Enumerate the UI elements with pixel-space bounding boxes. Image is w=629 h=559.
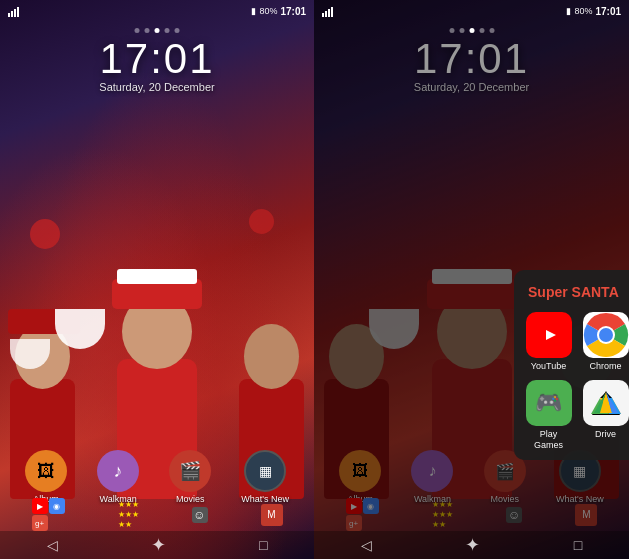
- battery-icon: ▮: [251, 6, 256, 16]
- right-tiny-yt: ▶: [346, 498, 362, 514]
- drive-icon: [583, 380, 629, 426]
- right-nav-bar: ◁ ✦ □: [314, 531, 629, 559]
- right-clock-time: 17:01: [414, 35, 529, 83]
- left-status-right: ▮ 80% 17:01: [251, 6, 306, 17]
- dot-5: [175, 28, 180, 33]
- left-nav-bar: ◁ ✦ □: [0, 531, 314, 559]
- right-small-group: ▶ ◉ g+: [346, 498, 379, 531]
- chrome-app-icon: [583, 312, 629, 358]
- signal-icon: [8, 5, 19, 17]
- stars-group: ★★★ ★★★ ★★: [118, 500, 139, 529]
- whats-new-icon[interactable]: ▦ What's New: [241, 450, 289, 504]
- play-games-label: Play Games: [524, 429, 573, 451]
- home-logo: ✦: [151, 534, 166, 556]
- page-dots: [135, 28, 180, 33]
- right-dot-3: [469, 28, 474, 33]
- chrome-label: Chrome: [589, 361, 621, 372]
- tiny-smiley[interactable]: ☺: [192, 507, 208, 523]
- album-icon[interactable]: 🖼 Album: [25, 450, 67, 504]
- bottom-small-icons: ▶ ◉ g+ ★★★ ★★★ ★★ ☺ M: [0, 498, 314, 531]
- right-status-bar: ▮ 80% 17:01: [314, 0, 629, 22]
- folder-popup: Super SANTA YouTube: [514, 270, 629, 460]
- right-tiny-gplus: g+: [346, 515, 362, 531]
- right-time-display: 17:01: [595, 6, 621, 17]
- left-phone: ▮ 80% 17:01 17:01 Saturday, 20 December …: [0, 0, 314, 559]
- left-status-bar: ▮ 80% 17:01: [0, 0, 314, 22]
- dot-4: [165, 28, 170, 33]
- right-menu-button[interactable]: □: [574, 537, 582, 553]
- right-dot-1: [449, 28, 454, 33]
- walkman-icon[interactable]: ♪ Walkman: [97, 450, 139, 504]
- drive-app[interactable]: Drive: [581, 380, 629, 451]
- tiny-gmail[interactable]: M: [261, 504, 283, 526]
- small-icon-group-1: ▶ ◉ g+: [32, 498, 65, 531]
- chrome-app[interactable]: Chrome: [581, 312, 629, 372]
- dot-3: [155, 28, 160, 33]
- right-status-left: [322, 5, 333, 17]
- time-display: 17:01: [280, 6, 306, 17]
- right-home-logo: ✦: [465, 534, 480, 556]
- dot-2: [145, 28, 150, 33]
- menu-button[interactable]: □: [259, 537, 267, 553]
- movies-icon[interactable]: 🎬 Movies: [169, 450, 211, 504]
- battery-percent: 80%: [259, 6, 277, 16]
- right-battery-icon: ▮: [566, 6, 571, 16]
- right-walkman: ♪ Walkman: [411, 450, 453, 504]
- right-phone: ▮ 80% 17:01 17:01 Saturday, 20 December …: [314, 0, 629, 559]
- folder-title: Super SANTA: [524, 284, 629, 300]
- right-dot-5: [489, 28, 494, 33]
- left-status-left: [8, 5, 19, 17]
- svg-point-4: [599, 328, 613, 342]
- right-dot-4: [479, 28, 484, 33]
- right-clock-widget: 17:01 Saturday, 20 December: [414, 35, 529, 93]
- play-games-app[interactable]: 🎮 Play Games: [524, 380, 573, 451]
- youtube-label: YouTube: [531, 361, 566, 372]
- folder-grid: YouTube Chrome: [524, 312, 629, 450]
- clock-widget: 17:01 Saturday, 20 December: [99, 35, 214, 93]
- right-clock-date: Saturday, 20 December: [414, 81, 529, 93]
- right-tiny-gmail: M: [575, 504, 597, 526]
- right-tiny-chrome: ◉: [363, 498, 379, 514]
- right-battery-percent: 80%: [574, 6, 592, 16]
- back-button[interactable]: ◁: [47, 537, 58, 553]
- right-page-dots: [449, 28, 494, 33]
- clock-date: Saturday, 20 December: [99, 81, 214, 93]
- tiny-gplus[interactable]: g+: [32, 515, 48, 531]
- dot-1: [135, 28, 140, 33]
- play-games-icon: 🎮: [526, 380, 572, 426]
- clock-time: 17:01: [99, 35, 214, 83]
- youtube-app[interactable]: YouTube: [524, 312, 573, 372]
- right-status-right: ▮ 80% 17:01: [566, 6, 621, 17]
- drive-label: Drive: [595, 429, 616, 440]
- right-album: 🖼 Album: [339, 450, 381, 504]
- right-dot-2: [459, 28, 464, 33]
- youtube-app-icon: [526, 312, 572, 358]
- right-tiny-smiley: ☺: [506, 507, 522, 523]
- right-bottom-small-icons: ▶ ◉ g+ ★★★ ★★★ ★★ ☺ M: [314, 498, 629, 531]
- right-stars: ★★★ ★★★ ★★: [432, 500, 453, 529]
- tiny-chrome[interactable]: ◉: [49, 498, 65, 514]
- right-signal-icon: [322, 5, 333, 17]
- right-back-button[interactable]: ◁: [361, 537, 372, 553]
- home-icons-row: 🖼 Album ♪ Walkman 🎬 Movies ▦ What's New: [0, 450, 314, 504]
- tiny-youtube[interactable]: ▶: [32, 498, 48, 514]
